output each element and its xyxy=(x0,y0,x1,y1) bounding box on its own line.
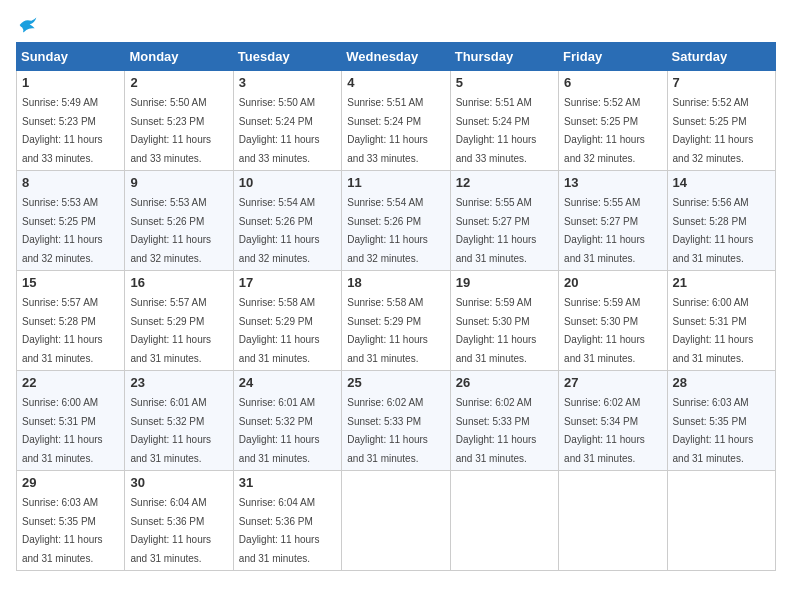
header-sunday: Sunday xyxy=(17,43,125,71)
header-saturday: Saturday xyxy=(667,43,775,71)
calendar-cell: 12Sunrise: 5:55 AMSunset: 5:27 PMDayligh… xyxy=(450,171,558,271)
day-number: 10 xyxy=(239,175,336,190)
day-number: 28 xyxy=(673,375,770,390)
day-info: Sunrise: 6:01 AMSunset: 5:32 PMDaylight:… xyxy=(130,397,211,464)
day-number: 11 xyxy=(347,175,444,190)
calendar-cell xyxy=(342,471,450,571)
day-number: 31 xyxy=(239,475,336,490)
calendar-cell: 20Sunrise: 5:59 AMSunset: 5:30 PMDayligh… xyxy=(559,271,667,371)
calendar-table: SundayMondayTuesdayWednesdayThursdayFrid… xyxy=(16,42,776,571)
calendar-cell: 13Sunrise: 5:55 AMSunset: 5:27 PMDayligh… xyxy=(559,171,667,271)
day-info: Sunrise: 6:00 AMSunset: 5:31 PMDaylight:… xyxy=(673,297,754,364)
calendar-cell: 4Sunrise: 5:51 AMSunset: 5:24 PMDaylight… xyxy=(342,71,450,171)
calendar-cell: 28Sunrise: 6:03 AMSunset: 5:35 PMDayligh… xyxy=(667,371,775,471)
day-info: Sunrise: 6:04 AMSunset: 5:36 PMDaylight:… xyxy=(239,497,320,564)
day-info: Sunrise: 6:02 AMSunset: 5:34 PMDaylight:… xyxy=(564,397,645,464)
day-number: 16 xyxy=(130,275,227,290)
header-friday: Friday xyxy=(559,43,667,71)
day-info: Sunrise: 5:54 AMSunset: 5:26 PMDaylight:… xyxy=(347,197,428,264)
day-number: 1 xyxy=(22,75,119,90)
calendar-week-row: 29Sunrise: 6:03 AMSunset: 5:35 PMDayligh… xyxy=(17,471,776,571)
day-info: Sunrise: 6:00 AMSunset: 5:31 PMDaylight:… xyxy=(22,397,103,464)
calendar-cell: 24Sunrise: 6:01 AMSunset: 5:32 PMDayligh… xyxy=(233,371,341,471)
day-number: 3 xyxy=(239,75,336,90)
day-number: 21 xyxy=(673,275,770,290)
calendar-cell: 19Sunrise: 5:59 AMSunset: 5:30 PMDayligh… xyxy=(450,271,558,371)
day-number: 25 xyxy=(347,375,444,390)
day-info: Sunrise: 5:50 AMSunset: 5:24 PMDaylight:… xyxy=(239,97,320,164)
calendar-cell xyxy=(450,471,558,571)
day-number: 15 xyxy=(22,275,119,290)
header-thursday: Thursday xyxy=(450,43,558,71)
calendar-cell: 18Sunrise: 5:58 AMSunset: 5:29 PMDayligh… xyxy=(342,271,450,371)
logo-bird-icon xyxy=(18,16,38,34)
day-info: Sunrise: 5:53 AMSunset: 5:25 PMDaylight:… xyxy=(22,197,103,264)
calendar-cell: 2Sunrise: 5:50 AMSunset: 5:23 PMDaylight… xyxy=(125,71,233,171)
calendar-cell xyxy=(559,471,667,571)
day-info: Sunrise: 5:57 AMSunset: 5:29 PMDaylight:… xyxy=(130,297,211,364)
day-number: 30 xyxy=(130,475,227,490)
calendar-week-row: 8Sunrise: 5:53 AMSunset: 5:25 PMDaylight… xyxy=(17,171,776,271)
day-info: Sunrise: 5:49 AMSunset: 5:23 PMDaylight:… xyxy=(22,97,103,164)
calendar-cell: 25Sunrise: 6:02 AMSunset: 5:33 PMDayligh… xyxy=(342,371,450,471)
day-info: Sunrise: 5:59 AMSunset: 5:30 PMDaylight:… xyxy=(564,297,645,364)
day-number: 18 xyxy=(347,275,444,290)
day-number: 17 xyxy=(239,275,336,290)
calendar-cell: 14Sunrise: 5:56 AMSunset: 5:28 PMDayligh… xyxy=(667,171,775,271)
calendar-cell: 31Sunrise: 6:04 AMSunset: 5:36 PMDayligh… xyxy=(233,471,341,571)
day-info: Sunrise: 6:03 AMSunset: 5:35 PMDaylight:… xyxy=(22,497,103,564)
day-info: Sunrise: 6:03 AMSunset: 5:35 PMDaylight:… xyxy=(673,397,754,464)
calendar-cell: 8Sunrise: 5:53 AMSunset: 5:25 PMDaylight… xyxy=(17,171,125,271)
calendar-cell: 21Sunrise: 6:00 AMSunset: 5:31 PMDayligh… xyxy=(667,271,775,371)
day-number: 12 xyxy=(456,175,553,190)
day-number: 8 xyxy=(22,175,119,190)
calendar-cell: 29Sunrise: 6:03 AMSunset: 5:35 PMDayligh… xyxy=(17,471,125,571)
day-number: 27 xyxy=(564,375,661,390)
day-number: 14 xyxy=(673,175,770,190)
day-info: Sunrise: 5:51 AMSunset: 5:24 PMDaylight:… xyxy=(456,97,537,164)
calendar-cell: 17Sunrise: 5:58 AMSunset: 5:29 PMDayligh… xyxy=(233,271,341,371)
header-wednesday: Wednesday xyxy=(342,43,450,71)
day-info: Sunrise: 5:51 AMSunset: 5:24 PMDaylight:… xyxy=(347,97,428,164)
day-info: Sunrise: 6:02 AMSunset: 5:33 PMDaylight:… xyxy=(347,397,428,464)
day-number: 26 xyxy=(456,375,553,390)
calendar-cell: 23Sunrise: 6:01 AMSunset: 5:32 PMDayligh… xyxy=(125,371,233,471)
calendar-cell: 15Sunrise: 5:57 AMSunset: 5:28 PMDayligh… xyxy=(17,271,125,371)
calendar-cell: 16Sunrise: 5:57 AMSunset: 5:29 PMDayligh… xyxy=(125,271,233,371)
calendar-cell: 5Sunrise: 5:51 AMSunset: 5:24 PMDaylight… xyxy=(450,71,558,171)
day-info: Sunrise: 5:50 AMSunset: 5:23 PMDaylight:… xyxy=(130,97,211,164)
day-number: 24 xyxy=(239,375,336,390)
day-number: 19 xyxy=(456,275,553,290)
day-number: 23 xyxy=(130,375,227,390)
day-number: 5 xyxy=(456,75,553,90)
day-info: Sunrise: 5:55 AMSunset: 5:27 PMDaylight:… xyxy=(564,197,645,264)
calendar-cell: 9Sunrise: 5:53 AMSunset: 5:26 PMDaylight… xyxy=(125,171,233,271)
day-number: 2 xyxy=(130,75,227,90)
day-info: Sunrise: 5:59 AMSunset: 5:30 PMDaylight:… xyxy=(456,297,537,364)
calendar-cell: 22Sunrise: 6:00 AMSunset: 5:31 PMDayligh… xyxy=(17,371,125,471)
day-info: Sunrise: 5:58 AMSunset: 5:29 PMDaylight:… xyxy=(239,297,320,364)
calendar-cell: 30Sunrise: 6:04 AMSunset: 5:36 PMDayligh… xyxy=(125,471,233,571)
day-number: 9 xyxy=(130,175,227,190)
calendar-cell: 26Sunrise: 6:02 AMSunset: 5:33 PMDayligh… xyxy=(450,371,558,471)
calendar-cell: 6Sunrise: 5:52 AMSunset: 5:25 PMDaylight… xyxy=(559,71,667,171)
day-number: 13 xyxy=(564,175,661,190)
day-info: Sunrise: 5:55 AMSunset: 5:27 PMDaylight:… xyxy=(456,197,537,264)
day-number: 7 xyxy=(673,75,770,90)
calendar-cell: 11Sunrise: 5:54 AMSunset: 5:26 PMDayligh… xyxy=(342,171,450,271)
day-info: Sunrise: 6:04 AMSunset: 5:36 PMDaylight:… xyxy=(130,497,211,564)
day-info: Sunrise: 6:02 AMSunset: 5:33 PMDaylight:… xyxy=(456,397,537,464)
day-number: 20 xyxy=(564,275,661,290)
day-number: 6 xyxy=(564,75,661,90)
calendar-cell: 27Sunrise: 6:02 AMSunset: 5:34 PMDayligh… xyxy=(559,371,667,471)
calendar-week-row: 15Sunrise: 5:57 AMSunset: 5:28 PMDayligh… xyxy=(17,271,776,371)
day-number: 29 xyxy=(22,475,119,490)
calendar-cell: 10Sunrise: 5:54 AMSunset: 5:26 PMDayligh… xyxy=(233,171,341,271)
calendar-cell: 3Sunrise: 5:50 AMSunset: 5:24 PMDaylight… xyxy=(233,71,341,171)
header-row: SundayMondayTuesdayWednesdayThursdayFrid… xyxy=(17,43,776,71)
logo xyxy=(16,16,38,34)
day-info: Sunrise: 5:57 AMSunset: 5:28 PMDaylight:… xyxy=(22,297,103,364)
day-number: 4 xyxy=(347,75,444,90)
day-info: Sunrise: 5:58 AMSunset: 5:29 PMDaylight:… xyxy=(347,297,428,364)
calendar-cell xyxy=(667,471,775,571)
